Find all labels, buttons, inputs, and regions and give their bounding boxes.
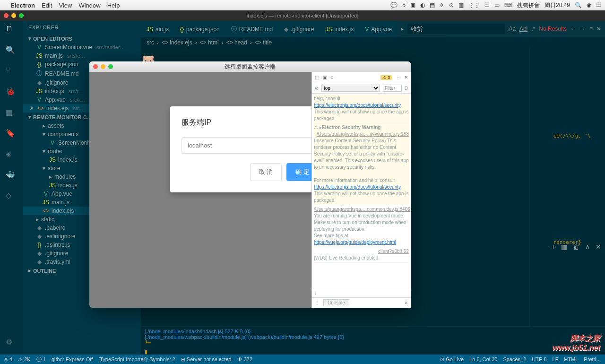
status-server[interactable]: ⊟ Server not selected: [181, 356, 232, 363]
terminal-panel[interactable]: [./node_modules/lodash/lodash.js] 527 Ki…: [141, 326, 605, 355]
toggle-replace-icon[interactable]: ▸: [401, 26, 404, 32]
next-match-icon[interactable]: →: [580, 26, 586, 32]
telegram-icon[interactable]: ✈: [440, 2, 444, 9]
close-panel-icon[interactable]: ✕: [596, 243, 601, 251]
open-editor-item[interactable]: JSmain.jssrc/re…: [23, 52, 141, 60]
context-select[interactable]: top: [321, 85, 380, 92]
close-devtools-icon[interactable]: ✕: [404, 75, 408, 80]
battery-icon[interactable]: ▭: [494, 2, 500, 9]
activity-bar: 🗎 🔍 ⑂ 🐞 ▦ 🔖 ◈ 🐳 ◇ ⚙: [0, 21, 23, 355]
settings-icon[interactable]: ⋮: [396, 75, 400, 80]
debug-icon[interactable]: 🐞: [6, 87, 17, 98]
device-icon[interactable]: ▣: [323, 75, 327, 80]
case-icon[interactable]: Aa: [509, 26, 516, 32]
editor-tab[interactable]: ⓘREADME.md: [225, 21, 278, 37]
wifi-icon[interactable]: ⋮⋮: [468, 2, 480, 9]
source-control-icon[interactable]: ⑂: [6, 66, 17, 78]
status-info[interactable]: ⓘ 1: [36, 356, 46, 363]
more-tabs-icon[interactable]: »: [331, 75, 334, 80]
close-drawer-icon[interactable]: ✕: [404, 300, 408, 305]
open-editor-item[interactable]: VScreenMonitor.vuesrc/render…: [23, 43, 141, 52]
ime-icon[interactable]: ⌨: [504, 2, 512, 9]
split-panel-icon[interactable]: ▥: [561, 243, 567, 251]
menu-edit[interactable]: Edit: [42, 2, 52, 9]
siri-icon[interactable]: ◉: [587, 2, 591, 9]
maximize-window-button[interactable]: [19, 13, 24, 18]
add-icon[interactable]: +: [552, 243, 555, 251]
status-spaces[interactable]: Spaces: 2: [503, 356, 526, 363]
menu-help[interactable]: Help: [107, 2, 120, 9]
editor-tab[interactable]: JSain.js: [141, 21, 174, 37]
explorer-icon[interactable]: 🗎: [6, 25, 17, 36]
status-lang[interactable]: HTML: [564, 356, 578, 363]
status-golive[interactable]: ⊙ Go Live: [440, 356, 464, 363]
editor-tab[interactable]: {}package.json: [174, 21, 225, 37]
breadcrumb[interactable]: src › <> index.ejs › <> html › <> head ›…: [141, 37, 605, 48]
status-bar: ✕ 4 ⚠ 2K ⓘ 1 githd: Express Off [TypeScr…: [0, 355, 605, 364]
clear-console-icon[interactable]: ⊘: [315, 86, 319, 91]
console-tab[interactable]: Console: [323, 299, 349, 306]
maximize-icon[interactable]: ∧: [585, 243, 590, 251]
status-warnings[interactable]: ⚠ 2K: [18, 356, 31, 363]
close-find-icon[interactable]: ✕: [596, 26, 601, 32]
server-ip-input[interactable]: [182, 137, 319, 154]
levels-label[interactable]: D: [405, 86, 408, 91]
app-menu[interactable]: Electron: [10, 2, 35, 9]
clock[interactable]: 周日20:49: [544, 1, 570, 9]
status-icon[interactable]: ⊙: [449, 2, 454, 9]
warning-badge[interactable]: ⚠ 3: [380, 75, 392, 80]
settings-icon[interactable]: ⚙: [6, 338, 17, 349]
search-icon[interactable]: 🔍: [6, 45, 17, 57]
console-prompt[interactable]: ›: [312, 290, 411, 297]
gitlens-icon[interactable]: ◇: [6, 191, 17, 202]
inspect-icon[interactable]: ⬚: [315, 75, 319, 80]
notification-icon[interactable]: ☰: [596, 2, 601, 9]
trash-icon[interactable]: 🗑: [573, 243, 579, 251]
status-position[interactable]: Ln 5, Col 30: [469, 356, 497, 363]
status-encoding[interactable]: UTF-8: [532, 356, 546, 363]
status-errors[interactable]: ✕ 4: [4, 356, 12, 363]
filter-input[interactable]: [383, 85, 402, 92]
editor-tab[interactable]: VApp.vue: [359, 21, 398, 37]
editor-tab[interactable]: ◆.gitignore: [278, 21, 320, 37]
spotlight-icon[interactable]: 🔍: [575, 2, 582, 9]
open-editors-section[interactable]: ▾ OPEN EDITORS: [23, 34, 141, 43]
status-prettier[interactable]: Pretti…: [584, 356, 601, 363]
status-icon[interactable]: ◐: [420, 2, 425, 9]
close-button[interactable]: [93, 64, 98, 69]
drawer-menu-icon[interactable]: ⋮: [315, 300, 320, 305]
status-icon[interactable]: ▤: [430, 2, 435, 9]
status-ts[interactable]: [TypeScript Importer]: Symbols: 2: [98, 356, 175, 362]
status-eol[interactable]: LF: [553, 356, 559, 363]
selection-icon[interactable]: ≡: [589, 26, 593, 32]
minimize-button[interactable]: [101, 64, 105, 69]
status-githd[interactable]: githd: Express Off: [52, 356, 93, 362]
bookmark-icon[interactable]: 🔖: [6, 129, 17, 140]
word-icon[interactable]: Abl: [519, 26, 527, 32]
status-icon[interactable]: ▣: [410, 2, 415, 9]
extensions-icon[interactable]: ▦: [6, 108, 17, 119]
editor-tab[interactable]: JSindex.js: [320, 21, 359, 37]
minimize-window-button[interactable]: [11, 13, 16, 18]
find-input[interactable]: [407, 24, 505, 34]
menu-window[interactable]: Window: [78, 2, 100, 9]
close-window-button[interactable]: [4, 13, 9, 18]
console-message: /Users/guang/workspa….common.dev.js:8406…: [314, 205, 409, 247]
status-views[interactable]: 👁 372: [237, 356, 252, 362]
docker-icon[interactable]: 🐳: [6, 170, 17, 182]
wechat-icon[interactable]: 💬: [390, 2, 398, 9]
battery-icon[interactable]: ▥: [458, 2, 464, 9]
macos-menubar: Electron Edit View Window Help 💬 5 ▣ ◐ ▤…: [0, 0, 605, 10]
panel-toolbar: + ▥ 🗑 ∧ ✕: [552, 243, 601, 251]
diff-icon[interactable]: ◈: [6, 149, 17, 161]
regex-icon[interactable]: .*: [531, 26, 535, 32]
menu-view[interactable]: View: [59, 2, 72, 9]
ime-label[interactable]: 搜狗拼音: [517, 1, 540, 9]
prev-match-icon[interactable]: ←: [570, 26, 576, 32]
dialog-titlebar: 远程桌面监控客户端: [89, 61, 411, 72]
console-output[interactable]: help, consult https://electronjs.org/doc…: [312, 94, 411, 290]
maximize-button[interactable]: [108, 64, 113, 69]
modal-title: 服务端IP: [182, 118, 319, 128]
cancel-button[interactable]: 取 消: [250, 163, 282, 181]
wifi-icon[interactable]: ☰: [484, 2, 490, 9]
